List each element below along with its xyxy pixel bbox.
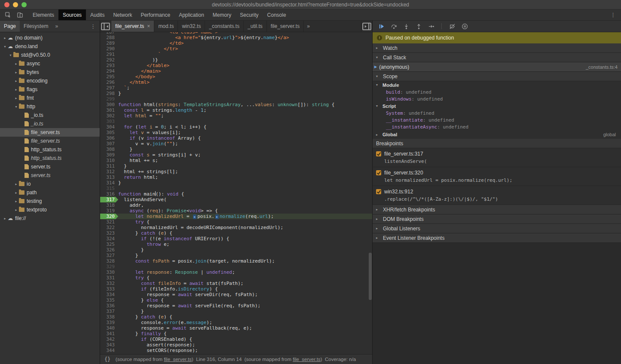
line-number[interactable]: 314 <box>100 180 118 186</box>
frame-location[interactable]: _constants.ts:4 <box>586 64 618 70</box>
breakpoint-location[interactable]: file_server.ts:320 <box>384 170 423 176</box>
toggle-debugger-sidebar-icon[interactable] <box>361 21 372 32</box>
tree-item-server-ts[interactable]: server.ts <box>0 171 100 180</box>
tree-item-file-server-ts[interactable]: file_server.ts <box>0 137 100 145</box>
code-line-342[interactable]: 342 if (CORSEnabled) { <box>100 336 372 342</box>
scope-group-module[interactable]: ▾Module <box>373 81 621 89</box>
tree-item-io-ts[interactable]: _io.ts <box>0 119 100 128</box>
line-number[interactable]: 303 <box>100 119 118 124</box>
source-map-link[interactable]: file_server.ts <box>293 357 321 362</box>
editor-tab-file-server-ts[interactable]: file_server.ts <box>267 21 304 32</box>
line-number[interactable]: 295 <box>100 74 118 80</box>
line-number[interactable]: 330 <box>100 269 118 275</box>
tab-console[interactable]: Console <box>263 9 291 20</box>
section-xhr-fetch-breakpoints[interactable]: ▸XHR/fetch Breakpoints <box>373 205 621 214</box>
code-line-332[interactable]: 332 const fileInfo = await stat(fsPath); <box>100 281 372 286</box>
inline-continue-marker-icon[interactable]: ▸ <box>215 214 219 219</box>
editor-tab-mod-ts[interactable]: mod.ts <box>154 21 178 32</box>
line-number[interactable]: 305 <box>100 130 118 135</box>
code-line-328[interactable]: 328 const fsPath = posix.join(target, no… <box>100 258 372 264</box>
code-line-288[interactable]: 288 <a href="${entry.url}">${entry.name}… <box>100 35 372 40</box>
line-number[interactable]: 340 <box>100 325 118 331</box>
tree-item-server-ts[interactable]: server.ts <box>0 162 100 171</box>
step-icon[interactable] <box>428 23 434 30</box>
tab-application[interactable]: Application <box>174 9 208 20</box>
more-navigator-tabs-chevron[interactable]: » <box>52 23 61 29</box>
scope-group-script[interactable]: ▾Script <box>373 102 621 110</box>
inspect-element-icon[interactable] <box>4 12 11 18</box>
section-watch[interactable]: ▸ Watch <box>373 43 621 53</box>
code-line-320[interactable]: 320 let normalizedUrl = ▸posix.▸normaliz… <box>100 214 372 219</box>
breakpoint-location[interactable]: win32.ts:912 <box>384 189 413 195</box>
tree-item-deno-land[interactable]: ▾☁deno.land <box>0 42 100 51</box>
tree-item-textproto[interactable]: ▸textproto <box>0 205 100 214</box>
line-number[interactable]: 315 <box>100 186 118 191</box>
code-line-335[interactable]: 335 } else { <box>100 297 372 303</box>
code-line-333[interactable]: 333 if (fileInfo.isDirectory) { <box>100 286 372 292</box>
tab-performance[interactable]: Performance <box>136 9 174 20</box>
step-over-icon[interactable] <box>390 23 397 30</box>
line-number[interactable]: 332 <box>100 281 118 286</box>
code-line-312[interactable]: 312 html += strings[l]; <box>100 169 372 174</box>
deactivate-breakpoints-icon[interactable] <box>449 23 456 30</box>
line-number[interactable]: 338 <box>100 314 118 320</box>
navigator-tab-page[interactable]: Page <box>0 21 20 32</box>
code-line-337[interactable]: 337 } <box>100 309 372 314</box>
line-number[interactable]: 307 <box>100 141 118 147</box>
code-line-330[interactable]: 330 let response: Response | undefined; <box>100 269 372 275</box>
code-line-297[interactable]: 297 `; <box>100 85 372 91</box>
code-line-301[interactable]: 301 const l = strings.length - 1; <box>100 107 372 113</box>
line-number[interactable]: 291 <box>100 52 118 57</box>
tree-item-path[interactable]: ▸path <box>0 188 100 197</box>
code-line-302[interactable]: 302 let html = ""; <box>100 113 372 119</box>
editor-scrollbar[interactable] <box>369 253 372 300</box>
line-number[interactable]: 341 <box>100 331 118 336</box>
editor-tab-file-server-ts[interactable]: file_server.ts× <box>111 21 154 32</box>
line-number[interactable]: 297 <box>100 85 118 91</box>
source-map-link[interactable]: file_server.ts <box>164 357 192 362</box>
line-number[interactable]: 300 <box>100 102 118 107</box>
line-number[interactable]: 321 <box>100 219 118 225</box>
breakpoint-checkbox[interactable] <box>376 151 381 156</box>
close-window-button[interactable] <box>4 2 9 7</box>
tab-audits[interactable]: Audits <box>86 9 109 20</box>
code-line-336[interactable]: 336 response = await serveFile(req, fsPa… <box>100 303 372 309</box>
code-line-339[interactable]: 339 console.error(e.message); <box>100 320 372 325</box>
toggle-navigator-icon[interactable] <box>100 21 111 32</box>
line-number[interactable]: 302 <box>100 113 118 119</box>
breakpoint-location[interactable]: file_server.ts:317 <box>384 151 423 157</box>
code-line-323[interactable]: 323 } catch (e) { <box>100 230 372 236</box>
tree-item-bytes[interactable]: ▸bytes <box>0 68 100 76</box>
code-line-294[interactable]: 294 </main> <box>100 68 372 74</box>
navigator-tab-filesystem[interactable]: Filesystem <box>20 21 52 32</box>
line-number[interactable]: 298 <box>100 91 118 96</box>
code-line-315[interactable]: 315 <box>100 186 372 191</box>
code-line-317[interactable]: 317 listenAndServe( <box>100 197 372 202</box>
code-line-290[interactable]: 290 </tr> <box>100 46 372 52</box>
line-number[interactable]: 333 <box>100 286 118 292</box>
code-line-304[interactable]: 304 for (let i = 0; i < l; i++) { <box>100 124 372 130</box>
section-event-listener-breakpoints[interactable]: ▸Event Listener Breakpoints <box>373 233 621 243</box>
tree-item-http-status-ts[interactable]: http_status.ts <box>0 154 100 162</box>
line-number[interactable]: 327 <box>100 253 118 258</box>
tab-sources[interactable]: Sources <box>58 9 86 20</box>
line-number[interactable]: 319 <box>100 208 118 214</box>
resume-icon[interactable] <box>378 23 385 30</box>
code-line-292[interactable]: 292 )} <box>100 57 372 63</box>
breakpoint-line-number[interactable]: 320 <box>100 214 118 219</box>
tree-item-no-domain[interactable]: ▸☁(no domain) <box>0 34 100 42</box>
breakpoint-checkbox[interactable] <box>376 170 381 175</box>
code-line-305[interactable]: 305 let v = values[i]; <box>100 130 372 135</box>
tree-item-file[interactable]: ▸☁file:// <box>0 214 100 223</box>
code-line-306[interactable]: 306 if (v instanceof Array) { <box>100 135 372 141</box>
tree-item-file-server-ts[interactable]: file_server.ts <box>0 128 100 137</box>
line-number[interactable]: 335 <box>100 297 118 303</box>
line-number[interactable]: 344 <box>100 348 118 353</box>
tab-elements[interactable]: Elements <box>28 9 58 20</box>
editor-tab-constants-ts[interactable]: _constants.ts <box>205 21 244 32</box>
line-number[interactable]: 312 <box>100 169 118 174</box>
code-line-295[interactable]: 295 </body> <box>100 74 372 80</box>
step-into-icon[interactable] <box>403 23 410 30</box>
line-number[interactable]: 309 <box>100 152 118 158</box>
tab-security[interactable]: Security <box>236 9 263 20</box>
